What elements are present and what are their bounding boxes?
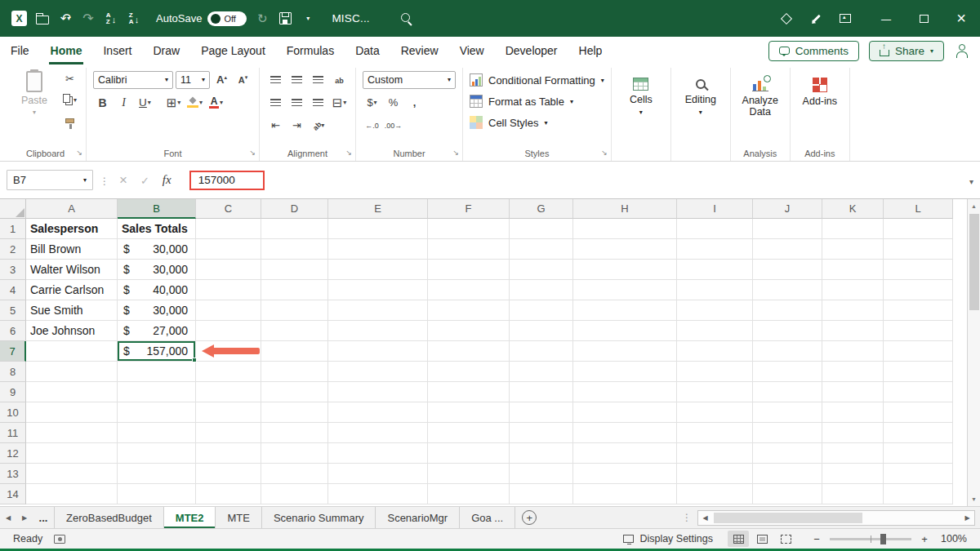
cell-F2[interactable] bbox=[428, 239, 510, 260]
cell-B2[interactable]: $30,000 bbox=[118, 239, 196, 260]
cell-E6[interactable] bbox=[328, 321, 428, 341]
minimize-button[interactable] bbox=[867, 0, 905, 37]
align-top-button[interactable] bbox=[266, 71, 285, 89]
column-header-d[interactable]: D bbox=[261, 199, 328, 219]
ribbon-tab-file[interactable]: File bbox=[0, 37, 40, 64]
align-left-button[interactable] bbox=[266, 94, 285, 112]
cell-F10[interactable] bbox=[428, 402, 510, 423]
font-name-select[interactable]: Calibri bbox=[93, 71, 173, 89]
close-button[interactable] bbox=[942, 0, 980, 37]
row-header-3[interactable]: 3 bbox=[0, 260, 26, 280]
cell-J12[interactable] bbox=[753, 443, 822, 464]
cell-I10[interactable] bbox=[677, 402, 753, 423]
cell-J7[interactable] bbox=[753, 341, 822, 362]
cell-I9[interactable] bbox=[677, 382, 753, 402]
search-button[interactable] bbox=[378, 9, 412, 29]
cell-G2[interactable] bbox=[510, 239, 573, 260]
orientation-button[interactable] bbox=[309, 117, 327, 135]
cell-L14[interactable] bbox=[884, 484, 953, 504]
cell-I4[interactable] bbox=[677, 280, 753, 300]
macro-record-icon[interactable] bbox=[54, 535, 65, 544]
ribbon-tab-page-layout[interactable]: Page Layout bbox=[190, 37, 276, 64]
cell-E10[interactable] bbox=[328, 402, 428, 423]
cell-K10[interactable] bbox=[822, 402, 884, 423]
fill-handle[interactable] bbox=[192, 358, 197, 362]
cell-I14[interactable] bbox=[677, 484, 753, 504]
cell-K13[interactable] bbox=[822, 464, 884, 484]
cell-J14[interactable] bbox=[753, 484, 822, 504]
cell-F14[interactable] bbox=[428, 484, 510, 504]
cell-L5[interactable] bbox=[884, 300, 953, 321]
cells-button[interactable]: Cells bbox=[618, 69, 664, 141]
cell-L11[interactable] bbox=[884, 423, 953, 443]
sheet-nav-left-button[interactable] bbox=[0, 507, 16, 528]
cell-C3[interactable] bbox=[196, 260, 261, 280]
cell-B4[interactable]: $40,000 bbox=[118, 280, 196, 300]
cell-B7[interactable]: $157,000 bbox=[118, 341, 196, 362]
cell-B10[interactable] bbox=[118, 402, 196, 423]
column-header-b[interactable]: B bbox=[118, 199, 196, 219]
cell-B9[interactable] bbox=[118, 382, 196, 402]
zoom-level[interactable]: 100% bbox=[938, 533, 967, 544]
sheet-overflow-button[interactable]: ... bbox=[33, 507, 54, 528]
cell-A5[interactable]: Sue Smith bbox=[26, 300, 118, 321]
cell-A11[interactable] bbox=[26, 423, 118, 443]
cell-F13[interactable] bbox=[428, 464, 510, 484]
cell-D2[interactable] bbox=[261, 239, 328, 260]
cell-K5[interactable] bbox=[822, 300, 884, 321]
cell-K14[interactable] bbox=[822, 484, 884, 504]
increase-decimal-button[interactable] bbox=[363, 117, 381, 135]
undo-dropdown-icon[interactable] bbox=[67, 15, 70, 22]
cell-E9[interactable] bbox=[328, 382, 428, 402]
cell-J4[interactable] bbox=[753, 280, 822, 300]
column-header-j[interactable]: J bbox=[753, 199, 822, 219]
comma-style-button[interactable]: , bbox=[405, 94, 424, 112]
decrease-font-size-button[interactable] bbox=[234, 71, 252, 89]
cell-F3[interactable] bbox=[428, 260, 510, 280]
cell-H1[interactable] bbox=[573, 219, 677, 239]
paste-button[interactable]: Paste bbox=[11, 69, 57, 130]
cell-D7[interactable] bbox=[261, 341, 328, 362]
cell-G1[interactable] bbox=[510, 219, 573, 239]
analyze-data-button[interactable]: Analyze Data bbox=[737, 69, 783, 141]
ribbon-tab-draw[interactable]: Draw bbox=[142, 37, 190, 64]
row-header-12[interactable]: 12 bbox=[0, 443, 26, 464]
cell-D14[interactable] bbox=[261, 484, 328, 504]
font-color-button[interactable] bbox=[207, 94, 225, 112]
hscroll-track[interactable] bbox=[712, 511, 960, 525]
page-break-view-button[interactable] bbox=[775, 531, 796, 547]
cell-C14[interactable] bbox=[196, 484, 261, 504]
cell-F5[interactable] bbox=[428, 300, 510, 321]
sheet-view-button[interactable] bbox=[779, 9, 794, 29]
ribbon-tab-help[interactable]: Help bbox=[568, 37, 613, 64]
select-all-corner[interactable] bbox=[0, 199, 26, 219]
cell-A6[interactable]: Joe Johnson bbox=[26, 321, 118, 341]
copy-button[interactable] bbox=[60, 91, 79, 109]
sheet-nav-right-button[interactable] bbox=[16, 507, 33, 528]
bold-button[interactable]: B bbox=[93, 94, 112, 112]
cell-J11[interactable] bbox=[753, 423, 822, 443]
cell-F1[interactable] bbox=[428, 219, 510, 239]
increase-indent-button[interactable] bbox=[287, 117, 306, 135]
cell-B6[interactable]: $27,000 bbox=[118, 321, 196, 341]
cell-K2[interactable] bbox=[822, 239, 884, 260]
cell-E1[interactable] bbox=[328, 219, 428, 239]
cell-J6[interactable] bbox=[753, 321, 822, 341]
cell-C8[interactable] bbox=[196, 362, 261, 382]
cell-A12[interactable] bbox=[26, 443, 118, 464]
cell-F9[interactable] bbox=[428, 382, 510, 402]
cell-I8[interactable] bbox=[677, 362, 753, 382]
horizontal-scrollbar[interactable] bbox=[697, 510, 975, 526]
ribbon-tab-insert[interactable]: Insert bbox=[92, 37, 142, 64]
cell-I3[interactable] bbox=[677, 260, 753, 280]
sheet-tab-mte2[interactable]: MTE2 bbox=[164, 507, 216, 528]
redo-button[interactable] bbox=[81, 9, 96, 29]
cell-G10[interactable] bbox=[510, 402, 573, 423]
cell-E2[interactable] bbox=[328, 239, 428, 260]
cell-B1[interactable]: Sales Totals bbox=[118, 219, 196, 239]
cell-K3[interactable] bbox=[822, 260, 884, 280]
cell-C6[interactable] bbox=[196, 321, 261, 341]
name-box[interactable]: B7 bbox=[7, 170, 93, 190]
sort-descending-button[interactable] bbox=[127, 9, 141, 29]
editing-button[interactable]: Editing bbox=[678, 69, 724, 141]
